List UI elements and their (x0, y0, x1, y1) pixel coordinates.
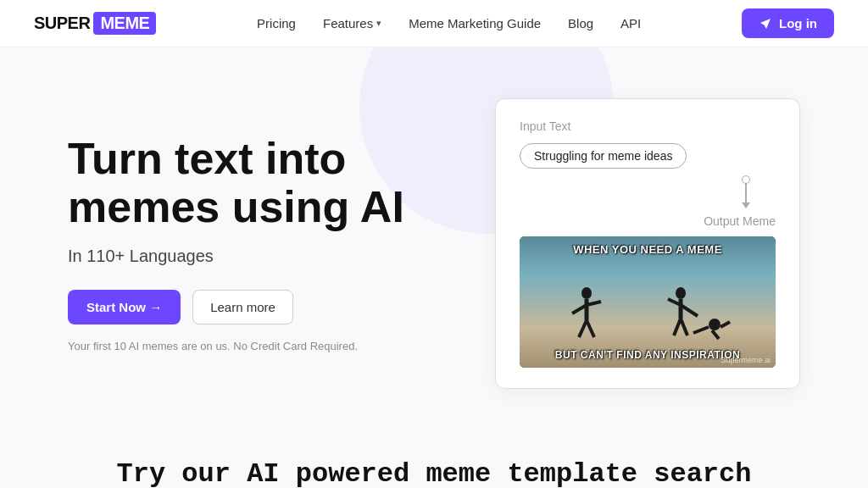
svg-point-0 (581, 287, 592, 299)
demo-input-label: Input Text (520, 119, 776, 133)
meme-figure-left (564, 286, 610, 346)
hero-subtitle: In 110+ Languages (68, 247, 424, 266)
nav-guide[interactable]: Meme Marketing Guide (409, 16, 541, 30)
arrow-head (742, 202, 750, 208)
login-button[interactable]: Log in (742, 8, 834, 38)
navbar: SUPER MEME Pricing Features ▾ Meme Marke… (0, 0, 868, 47)
meme-watermark: Supermeme.ai (721, 356, 771, 364)
demo-output-label: Output Meme (520, 214, 776, 228)
logo-meme: MEME (93, 12, 156, 35)
meme-text-top: WHEN YOU NEED A MEME (520, 236, 776, 259)
logo[interactable]: SUPER MEME (34, 12, 156, 35)
learn-more-button[interactable]: Learn more (192, 290, 293, 324)
arrow-circle (742, 175, 750, 184)
svg-line-13 (693, 327, 709, 333)
nav-blog[interactable]: Blog (568, 16, 593, 30)
demo-input-value: Struggling for meme ideas (520, 143, 687, 169)
hero-buttons: Start Now → Learn more (68, 290, 424, 324)
hero-title: Turn text into memes using AI (68, 135, 424, 231)
demo-flow-arrow (742, 175, 750, 208)
chevron-down-icon: ▾ (376, 18, 381, 29)
meme-background: WHEN YOU NEED A MEME (520, 236, 776, 368)
meme-figures (520, 259, 776, 346)
svg-line-10 (674, 319, 681, 336)
svg-line-3 (587, 302, 601, 305)
svg-line-14 (712, 330, 719, 339)
nav-pricing[interactable]: Pricing (257, 16, 296, 30)
start-now-button[interactable]: Start Now → (68, 290, 181, 324)
logo-super: SUPER (34, 14, 90, 33)
hero-content: Turn text into memes using AI In 110+ La… (68, 135, 424, 352)
nav-api[interactable]: API (620, 16, 641, 30)
svg-point-12 (709, 319, 721, 330)
demo-card: Input Text Struggling for meme ideas Out… (495, 98, 800, 389)
svg-line-2 (572, 305, 587, 313)
svg-line-5 (587, 320, 594, 337)
meme-figure-right (664, 286, 732, 346)
demo-arrow-area (520, 175, 776, 209)
svg-line-4 (579, 320, 587, 337)
svg-line-9 (681, 305, 698, 316)
bottom-title: Try our AI powered meme template search … (34, 457, 834, 488)
demo-meme-image: WHEN YOU NEED A MEME (520, 236, 776, 368)
svg-line-11 (681, 319, 687, 336)
svg-line-15 (721, 322, 730, 327)
svg-point-6 (676, 287, 686, 299)
arrow-line (745, 184, 747, 202)
send-icon (759, 17, 772, 30)
bottom-section: Try our AI powered meme template search … (0, 423, 868, 488)
hero-section: Turn text into memes using AI In 110+ La… (0, 47, 868, 423)
nav-features[interactable]: Features ▾ (323, 16, 381, 30)
hero-disclaimer: Your first 10 AI memes are on us. No Cre… (68, 340, 424, 352)
nav-links: Pricing Features ▾ Meme Marketing Guide … (257, 16, 641, 31)
